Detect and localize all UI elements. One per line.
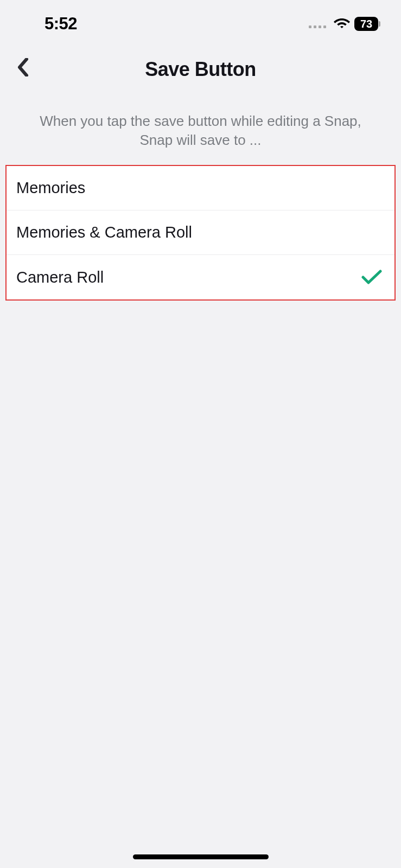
page-description: When you tap the save button while editi… [0,94,401,165]
battery-level: 73 [354,17,378,31]
checkmark-icon [361,269,383,285]
option-label: Memories [16,179,85,197]
back-button[interactable] [11,55,35,79]
status-right: 73 [309,17,380,31]
option-memories-camera-roll[interactable]: Memories & Camera Roll [7,210,394,255]
status-bar: 5:52 73 [0,0,401,40]
signal-dots-icon [309,25,326,28]
option-label: Camera Roll [16,269,104,286]
page-title: Save Button [11,58,390,81]
wifi-icon [334,17,350,31]
option-label: Memories & Camera Roll [16,224,192,241]
options-list: Memories Memories & Camera Roll Camera R… [5,165,396,301]
chevron-left-icon [17,58,29,76]
home-indicator[interactable] [133,854,269,859]
page-header: Save Button [0,40,401,94]
option-camera-roll[interactable]: Camera Roll [7,255,394,299]
battery-icon: 73 [354,17,380,31]
status-time: 5:52 [44,14,77,34]
option-memories[interactable]: Memories [7,166,394,210]
